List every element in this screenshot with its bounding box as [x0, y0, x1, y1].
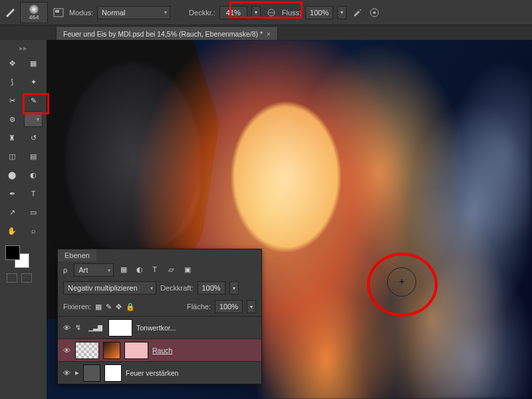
filter-kind-select[interactable]: Art	[74, 263, 114, 277]
filter-smart-icon[interactable]: ▣	[184, 265, 194, 275]
lock-paint-icon[interactable]: ✎	[106, 303, 112, 311]
layers-panel-tab[interactable]: Ebenen	[58, 249, 96, 261]
levels-icon: ▁▃▇	[88, 325, 104, 331]
filter-shape-icon[interactable]: ▱	[168, 265, 178, 275]
mode-label: Modus:	[69, 9, 93, 17]
layer-thumb-content[interactable]	[103, 342, 120, 359]
tool-pen[interactable]: ✒	[3, 186, 21, 201]
layer-row[interactable]: 👁 Rauch	[58, 338, 261, 361]
lock-pixels-icon[interactable]: ▦	[95, 303, 102, 311]
fill-input[interactable]: 100%	[215, 300, 243, 313]
layer-name[interactable]: Tonwertkor...	[136, 324, 176, 332]
lock-all-icon[interactable]: 🔒	[126, 303, 135, 311]
visibility-icon[interactable]: 👁	[62, 369, 71, 377]
mask-thumb[interactable]	[108, 319, 132, 336]
close-icon[interactable]: ×	[267, 31, 271, 38]
filter-pixel-icon[interactable]: ▦	[120, 265, 130, 275]
svg-point-3	[360, 9, 361, 11]
layer-blend-value: Negativ multiplizieren	[68, 284, 138, 292]
opacity-label: Deckkr.:	[189, 9, 215, 17]
layer-name[interactable]: Rauch	[152, 346, 172, 354]
mask-thumb[interactable]	[124, 342, 148, 359]
brush-cursor	[387, 267, 416, 297]
tool-wand[interactable]: ✦	[24, 74, 43, 90]
mask-thumb[interactable]	[104, 364, 122, 382]
document-tab[interactable]: Feuer und Eis by MDI.psd bei 14,5% (Rauc…	[56, 27, 278, 40]
filter-kind-value: Art	[78, 266, 88, 274]
fill-dropdown[interactable]: ▾	[247, 300, 256, 313]
tool-brush[interactable]	[24, 111, 43, 127]
flow-input[interactable]: 100%	[305, 6, 333, 19]
document-tab-title: Feuer und Eis by MDI.psd bei 14,5% (Rauc…	[63, 30, 263, 38]
opacity-input[interactable]: 41%	[219, 6, 247, 19]
opacity-dropdown[interactable]: ▾	[251, 6, 261, 19]
lock-move-icon[interactable]: ✥	[116, 303, 122, 311]
link-icon[interactable]: ↯	[75, 323, 84, 332]
options-bar: 464 Modus: Normal Deckkr.: 41% ▾ Fluss: …	[0, 0, 532, 25]
layers-panel: Ebenen ρ Art ▦ ◐ T ▱ ▣ Negativ multipliz…	[57, 249, 262, 384]
tool-type[interactable]: T	[24, 186, 43, 201]
filter-kind-label: ρ	[63, 266, 67, 274]
tool-lasso[interactable]: ⟆	[3, 74, 21, 90]
tool-eyedrop[interactable]: ✎	[24, 92, 43, 108]
foreground-swatch[interactable]	[5, 245, 20, 260]
layer-opacity-input[interactable]: 100%	[198, 281, 225, 295]
layer-thumb[interactable]	[75, 342, 99, 359]
layer-opacity-value: 100%	[201, 284, 220, 292]
tool-crop[interactable]: ✂	[3, 92, 21, 108]
tools-panel: ▸▸ ✥ ▦ ⟆ ✦ ✂ ✎ ⊛ ♜ ↺ ◫ ▤ ⬤ ◐ ✒ T ↗ ▭ ✋ ⌕	[0, 40, 47, 399]
visibility-icon[interactable]: 👁	[62, 324, 71, 332]
svg-point-5	[373, 11, 376, 14]
layer-name[interactable]: Feuer verstärken	[126, 369, 178, 377]
layer-opacity-label: Deckkraft:	[160, 284, 194, 292]
opacity-value: 41%	[226, 9, 241, 17]
quickmask-row	[3, 273, 44, 283]
brush-size-value: 464	[29, 14, 39, 21]
tools-collapse-icon[interactable]: ▸▸	[3, 44, 44, 55]
pressure-size-icon[interactable]	[368, 7, 381, 19]
fill-value: 100%	[219, 303, 238, 311]
blend-mode-value: Normal	[102, 9, 125, 17]
tool-hand[interactable]: ✋	[3, 223, 21, 239]
tool-preset-icon[interactable]	[4, 7, 16, 19]
screenmode-icon[interactable]	[21, 273, 32, 283]
filter-type-icon[interactable]: T	[152, 265, 162, 275]
pressure-opacity-icon[interactable]	[265, 7, 278, 19]
group-thumb[interactable]	[83, 364, 100, 382]
blend-mode-select[interactable]: Normal	[97, 6, 170, 19]
layer-row[interactable]: 👁 ▸ Feuer verstärken	[58, 361, 261, 384]
flow-dropdown[interactable]: ▾	[337, 6, 346, 19]
layer-row[interactable]: 👁 ↯ ▁▃▇ Tonwertkor...	[58, 316, 261, 338]
tool-move[interactable]: ✥	[3, 55, 21, 71]
layer-opacity-dropdown[interactable]: ▾	[229, 281, 239, 295]
tool-path[interactable]: ↗	[3, 204, 21, 220]
tool-eraser[interactable]: ◫	[3, 148, 21, 164]
brush-preset-picker[interactable]: 464	[20, 2, 48, 23]
tool-shape[interactable]: ▭	[24, 204, 43, 220]
visibility-icon[interactable]: 👁	[62, 346, 71, 354]
fill-label: Fläche:	[187, 303, 211, 311]
tool-marquee[interactable]: ▦	[24, 55, 43, 71]
svg-rect-1	[55, 10, 59, 13]
color-swatches[interactable]	[3, 244, 44, 271]
tool-blur[interactable]: ⬤	[3, 167, 21, 183]
tool-heal[interactable]: ⊛	[3, 111, 21, 127]
tool-dodge[interactable]: ◐	[24, 167, 43, 183]
quickmask-icon[interactable]	[7, 273, 17, 283]
brush-panel-toggle-icon[interactable]	[52, 7, 65, 19]
tool-history-brush[interactable]: ↺	[24, 130, 43, 146]
flow-value: 100%	[310, 9, 329, 17]
tool-gradient[interactable]: ▤	[24, 148, 43, 164]
airbrush-icon[interactable]	[350, 7, 364, 19]
lock-label: Fixieren:	[63, 303, 91, 311]
group-toggle-icon[interactable]: ▸	[75, 368, 79, 377]
flow-label: Fluss:	[282, 9, 301, 17]
tool-stamp[interactable]: ♜	[3, 130, 21, 146]
filter-adjust-icon[interactable]: ◐	[136, 265, 146, 275]
layer-blend-select[interactable]: Negativ multiplizieren	[63, 281, 156, 295]
brush-dot-icon	[29, 5, 39, 14]
document-tab-bar: Feuer und Eis by MDI.psd bei 14,5% (Rauc…	[0, 25, 532, 40]
tool-zoom[interactable]: ⌕	[24, 223, 43, 239]
